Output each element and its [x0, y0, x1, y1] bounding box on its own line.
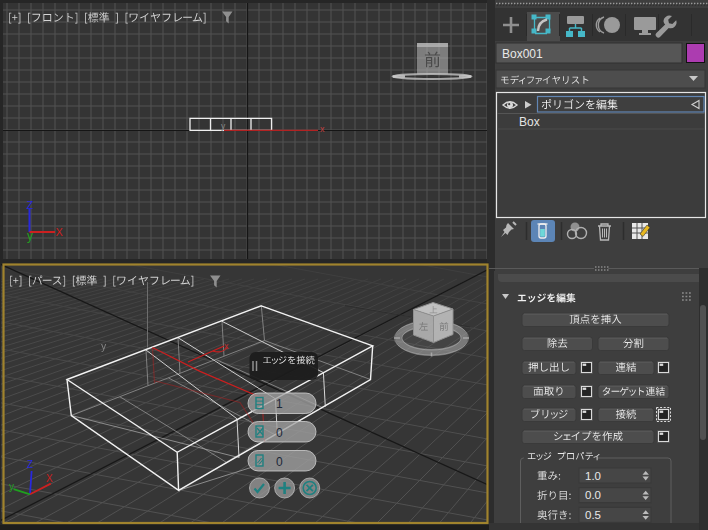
svg-text:Z: Z — [27, 199, 34, 211]
svg-text:0: 0 — [276, 455, 283, 469]
svg-text:y: y — [9, 481, 14, 492]
svg-text:0.0: 0.0 — [585, 489, 601, 501]
svg-text:0: 0 — [276, 426, 283, 440]
svg-text:1: 1 — [276, 397, 283, 411]
svg-text:Z: Z — [27, 459, 33, 470]
svg-text:x: x — [320, 124, 325, 134]
svg-text:y: y — [27, 229, 33, 243]
svg-text:x: x — [224, 341, 229, 351]
svg-text:Box001: Box001 — [502, 47, 543, 61]
svg-text:X: X — [56, 226, 64, 238]
svg-text:Box: Box — [519, 115, 540, 129]
svg-text:1.0: 1.0 — [585, 470, 601, 482]
svg-text:0.5: 0.5 — [585, 509, 601, 521]
svg-text:X: X — [46, 473, 53, 484]
